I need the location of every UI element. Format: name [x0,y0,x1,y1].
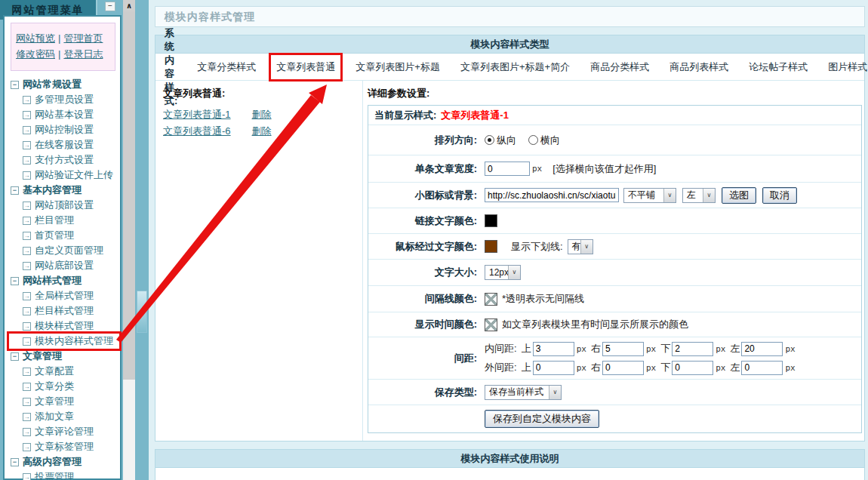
quick-link[interactable]: 网站预览 [16,32,55,44]
divider-color-label: 间隔线颜色: [368,292,485,306]
outer-left-input[interactable] [741,361,783,375]
tree-item[interactable]: →文章标签管理 [9,439,120,454]
tree-section[interactable]: −网站常规设置 [9,77,120,92]
style-link[interactable]: 文章列表普通-6 [163,125,231,137]
quick-links-box: 网站预览|管理首页修改密码|登录日志 [11,23,115,71]
icon-bg-url-input[interactable] [485,188,619,202]
tree-item[interactable]: →栏目管理 [9,213,120,228]
tree-item[interactable]: →首页管理 [9,228,120,243]
direction-radio[interactable] [528,135,538,145]
style-type-tab[interactable]: 文章列表图片+标题 [356,60,440,74]
main-content: 模块内容样式管理 模块内容样式类型 系统内容样式: 文章分类样式文章列表普通文章… [149,0,868,480]
pick-image-button[interactable]: 选图 [722,187,756,204]
save-type-select[interactable]: 保存当前样式 ∨ [485,385,562,400]
tree-item[interactable]: →支付方式设置 [9,152,120,168]
tree-item[interactable]: →投票管理 [9,469,120,480]
tree-item[interactable]: →栏目样式管理 [9,303,120,318]
tree-item[interactable]: →模块样式管理 [9,318,120,334]
cancel-button[interactable]: 取消 [762,187,797,204]
delete-link[interactable]: 删除 [252,109,272,120]
chevron-down-icon: ∨ [580,240,593,254]
time-color-swatch[interactable] [485,318,497,331]
usage-panel: 模块内容样式使用说明 1. 这里设置和模块样式内容相似，请先点击系统内容样式，然… [155,449,865,480]
tree-item[interactable]: →网站验证文件上传 [9,168,120,183]
tree-item[interactable]: →全局样式管理 [9,288,120,303]
style-type-tab[interactable]: 商品分类样式 [590,60,649,74]
tree-section[interactable]: −高级内容管理 [9,454,120,469]
collapse-icon[interactable]: − [11,458,19,466]
inner-left-input[interactable] [741,342,783,356]
quick-link[interactable]: 修改密码 [16,48,55,60]
quick-link[interactable]: 管理首页 [63,32,103,44]
tree-item[interactable]: →文章分类 [9,379,120,394]
item-arrow-icon: → [23,262,31,270]
tree-label: 投票管理 [35,471,74,480]
minimize-icon[interactable]: − [105,2,115,11]
outer-bottom-input[interactable] [672,361,713,375]
scrollbar-thumb[interactable] [123,11,135,380]
tree-item[interactable]: →在线客服设置 [9,137,120,152]
align-select[interactable]: 左 ∨ [682,188,716,203]
sidebar-tree: −网站常规设置→多管理员设置→网站基本设置→网站控制设置→在线客服设置→支付方式… [9,77,120,480]
quick-links-row: 修改密码|登录日志 [16,48,115,61]
tree-label: 多管理员设置 [35,94,94,105]
sidebar-scrollbar[interactable]: ∧ [123,0,135,480]
tree-item[interactable]: →网站控制设置 [9,122,120,137]
tree-item[interactable]: →网站基本设置 [9,107,120,122]
style-type-tab[interactable]: 文章列表图片+标题+简介 [460,60,570,74]
content-row: 文章列表普通: 文章列表普通-1删除文章列表普通-6删除 详细参数设置: 当前显… [155,81,864,441]
divider-color-swatch[interactable] [485,293,497,306]
item-arrow-icon: → [23,217,31,225]
tree-item[interactable]: →自定义页面管理 [9,243,120,258]
underline-select[interactable]: 有 ∨ [568,239,593,254]
tree-item[interactable]: →模块内容样式管理 [9,334,119,349]
outer-right-input[interactable] [602,361,644,375]
icon-bg-label: 小图标或背景: [368,189,485,202]
width-input[interactable] [485,162,530,176]
tree-item[interactable]: →文章管理 [9,394,120,409]
save-custom-module-button[interactable]: 保存到自定义模块内容 [485,410,599,428]
style-type-tab[interactable]: 文章分类样式 [197,60,256,74]
link-color-swatch[interactable] [485,214,497,227]
params-title: 详细参数设置: [368,87,862,100]
current-style-label: 当前显示样式: [374,109,436,122]
tree-section[interactable]: −网站样式管理 [9,273,120,288]
collapse-icon[interactable]: − [11,186,19,195]
tree-item[interactable]: →网站顶部设置 [9,198,120,213]
splitter-collapse-handle[interactable] [137,291,147,333]
direction-label: 排列方向: [368,134,485,147]
collapse-icon[interactable]: − [11,352,19,361]
tree-section[interactable]: −基本内容管理 [9,183,120,198]
tree-item[interactable]: →添加文章 [9,409,120,424]
delete-link[interactable]: 删除 [252,125,272,137]
collapse-icon[interactable]: − [11,277,19,285]
hover-color-swatch[interactable] [485,240,497,253]
direction-radio[interactable] [485,135,494,145]
chevron-down-icon: ∨ [663,189,676,202]
tree-label: 网站控制设置 [35,124,94,135]
tree-label: 网站常规设置 [23,78,82,90]
outer-top-input[interactable] [533,361,574,375]
tree-item[interactable]: →文章评论管理 [9,424,120,439]
tree-label: 全局样式管理 [35,290,94,301]
spacing-label: 间距: [368,352,485,365]
style-type-tab[interactable]: 商品列表样式 [669,60,728,74]
inner-bottom-input[interactable] [672,342,713,356]
collapse-icon[interactable]: − [11,81,19,89]
font-size-select[interactable]: 12px ∨ [485,265,521,280]
inner-right-input[interactable] [602,342,644,356]
tabs-row: 系统内容样式: 文章分类样式文章列表普通文章列表图片+标题文章列表图片+标题+简… [155,54,864,81]
style-type-tab[interactable]: 文章列表普通 [276,60,335,74]
style-type-tab[interactable]: 图片样式 [828,60,867,74]
time-color-hint: 如文章列表模块里有时间显示所展示的颜色 [502,318,688,331]
tile-mode-select[interactable]: 不平铺 ∨ [623,188,676,203]
tree-item[interactable]: →多管理员设置 [9,92,120,107]
tree-item[interactable]: →文章配置 [9,364,120,379]
quick-link[interactable]: 登录日志 [63,48,103,60]
style-type-tab[interactable]: 论坛帖子样式 [749,60,808,74]
inner-top-input[interactable] [533,342,574,356]
scroll-up-icon[interactable]: ∧ [123,0,135,11]
tree-item[interactable]: →网站底部设置 [9,258,120,273]
style-link[interactable]: 文章列表普通-1 [163,109,231,120]
tree-section[interactable]: −文章管理 [9,349,120,364]
